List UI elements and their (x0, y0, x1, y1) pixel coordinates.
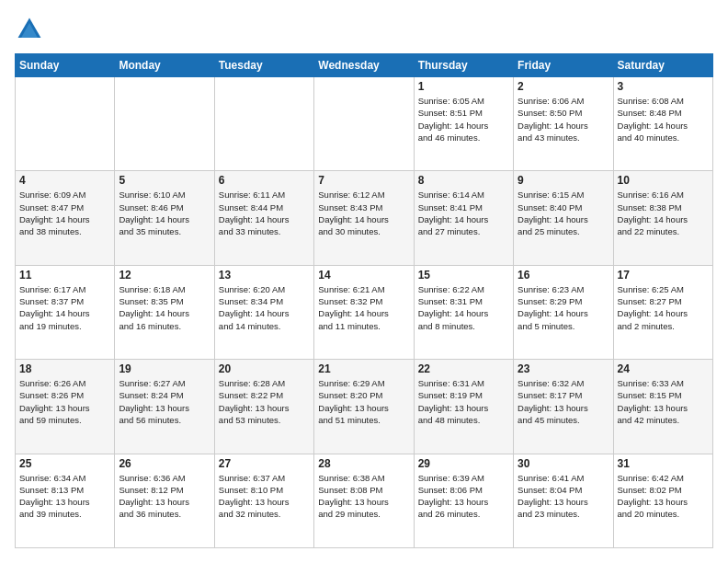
calendar-cell: 14Sunrise: 6:21 AM Sunset: 8:32 PM Dayli… (314, 265, 414, 359)
calendar-week-row: 4Sunrise: 6:09 AM Sunset: 8:47 PM Daylig… (16, 171, 713, 265)
day-number: 24 (618, 362, 709, 375)
day-info: Sunrise: 6:26 AM Sunset: 8:26 PM Dayligh… (19, 377, 110, 426)
day-info: Sunrise: 6:39 AM Sunset: 8:06 PM Dayligh… (418, 472, 509, 521)
day-info: Sunrise: 6:21 AM Sunset: 8:32 PM Dayligh… (318, 283, 409, 332)
weekday-header: Wednesday (314, 54, 414, 77)
calendar-cell: 25Sunrise: 6:34 AM Sunset: 8:13 PM Dayli… (16, 454, 115, 547)
calendar-cell: 15Sunrise: 6:22 AM Sunset: 8:31 PM Dayli… (414, 265, 513, 359)
calendar-cell (314, 77, 414, 171)
day-info: Sunrise: 6:33 AM Sunset: 8:15 PM Dayligh… (618, 377, 709, 426)
day-number: 20 (219, 362, 310, 375)
weekday-header: Tuesday (214, 54, 313, 77)
day-number: 18 (19, 362, 110, 375)
day-number: 2 (518, 80, 609, 93)
day-info: Sunrise: 6:08 AM Sunset: 8:48 PM Dayligh… (618, 95, 709, 144)
day-number: 30 (518, 457, 609, 470)
day-number: 29 (418, 457, 509, 470)
weekday-header: Sunday (16, 54, 115, 77)
day-info: Sunrise: 6:12 AM Sunset: 8:43 PM Dayligh… (318, 189, 409, 237)
day-info: Sunrise: 6:22 AM Sunset: 8:31 PM Dayligh… (418, 283, 509, 332)
day-info: Sunrise: 6:18 AM Sunset: 8:35 PM Dayligh… (119, 283, 210, 332)
calendar-cell: 9Sunrise: 6:15 AM Sunset: 8:40 PM Daylig… (514, 171, 613, 265)
calendar-cell (115, 77, 214, 171)
day-number: 8 (418, 174, 509, 187)
day-number: 6 (219, 174, 310, 187)
calendar-cell: 10Sunrise: 6:16 AM Sunset: 8:38 PM Dayli… (613, 171, 712, 265)
day-number: 16 (518, 269, 609, 282)
calendar-cell: 31Sunrise: 6:42 AM Sunset: 8:02 PM Dayli… (613, 454, 712, 547)
weekday-header-row: SundayMondayTuesdayWednesdayThursdayFrid… (16, 54, 713, 77)
calendar-cell (16, 77, 115, 171)
calendar-cell: 4Sunrise: 6:09 AM Sunset: 8:47 PM Daylig… (16, 171, 115, 265)
day-number: 3 (618, 80, 709, 93)
header (15, 15, 713, 44)
calendar-cell: 28Sunrise: 6:38 AM Sunset: 8:08 PM Dayli… (314, 454, 414, 547)
calendar-cell: 27Sunrise: 6:37 AM Sunset: 8:10 PM Dayli… (214, 454, 313, 547)
calendar-cell: 6Sunrise: 6:11 AM Sunset: 8:44 PM Daylig… (214, 171, 313, 265)
day-number: 5 (119, 174, 210, 187)
calendar-cell: 21Sunrise: 6:29 AM Sunset: 8:20 PM Dayli… (314, 360, 414, 454)
day-info: Sunrise: 6:28 AM Sunset: 8:22 PM Dayligh… (219, 377, 310, 426)
day-number: 27 (219, 457, 310, 470)
day-info: Sunrise: 6:11 AM Sunset: 8:44 PM Dayligh… (219, 189, 310, 237)
day-info: Sunrise: 6:38 AM Sunset: 8:08 PM Dayligh… (318, 472, 409, 521)
day-info: Sunrise: 6:23 AM Sunset: 8:29 PM Dayligh… (518, 283, 609, 332)
day-info: Sunrise: 6:27 AM Sunset: 8:24 PM Dayligh… (119, 377, 210, 426)
day-info: Sunrise: 6:32 AM Sunset: 8:17 PM Dayligh… (518, 377, 609, 426)
day-info: Sunrise: 6:16 AM Sunset: 8:38 PM Dayligh… (618, 189, 709, 237)
day-number: 13 (219, 269, 310, 282)
calendar-week-row: 25Sunrise: 6:34 AM Sunset: 8:13 PM Dayli… (16, 454, 713, 547)
calendar-cell: 23Sunrise: 6:32 AM Sunset: 8:17 PM Dayli… (514, 360, 613, 454)
day-info: Sunrise: 6:15 AM Sunset: 8:40 PM Dayligh… (518, 189, 609, 237)
day-number: 1 (418, 80, 509, 93)
page: SundayMondayTuesdayWednesdayThursdayFrid… (0, 0, 728, 563)
calendar-cell: 26Sunrise: 6:36 AM Sunset: 8:12 PM Dayli… (115, 454, 214, 547)
day-info: Sunrise: 6:37 AM Sunset: 8:10 PM Dayligh… (219, 472, 310, 521)
calendar-cell: 1Sunrise: 6:05 AM Sunset: 8:51 PM Daylig… (414, 77, 513, 171)
calendar-cell (214, 77, 313, 171)
logo (15, 15, 48, 44)
day-info: Sunrise: 6:31 AM Sunset: 8:19 PM Dayligh… (418, 377, 509, 426)
calendar-cell: 2Sunrise: 6:06 AM Sunset: 8:50 PM Daylig… (514, 77, 613, 171)
calendar-cell: 8Sunrise: 6:14 AM Sunset: 8:41 PM Daylig… (414, 171, 513, 265)
calendar-cell: 3Sunrise: 6:08 AM Sunset: 8:48 PM Daylig… (613, 77, 712, 171)
day-number: 26 (119, 457, 210, 470)
calendar-cell: 29Sunrise: 6:39 AM Sunset: 8:06 PM Dayli… (414, 454, 513, 547)
day-info: Sunrise: 6:41 AM Sunset: 8:04 PM Dayligh… (518, 472, 609, 521)
calendar-week-row: 11Sunrise: 6:17 AM Sunset: 8:37 PM Dayli… (16, 265, 713, 359)
day-info: Sunrise: 6:29 AM Sunset: 8:20 PM Dayligh… (318, 377, 409, 426)
logo-icon (15, 15, 44, 44)
calendar-week-row: 18Sunrise: 6:26 AM Sunset: 8:26 PM Dayli… (16, 360, 713, 454)
day-info: Sunrise: 6:14 AM Sunset: 8:41 PM Dayligh… (418, 189, 509, 237)
calendar-cell: 19Sunrise: 6:27 AM Sunset: 8:24 PM Dayli… (115, 360, 214, 454)
day-number: 22 (418, 362, 509, 375)
day-number: 15 (418, 269, 509, 282)
calendar-cell: 11Sunrise: 6:17 AM Sunset: 8:37 PM Dayli… (16, 265, 115, 359)
day-info: Sunrise: 6:42 AM Sunset: 8:02 PM Dayligh… (618, 472, 709, 521)
day-info: Sunrise: 6:09 AM Sunset: 8:47 PM Dayligh… (19, 189, 110, 237)
day-number: 11 (19, 269, 110, 282)
calendar-cell: 16Sunrise: 6:23 AM Sunset: 8:29 PM Dayli… (514, 265, 613, 359)
day-number: 7 (318, 174, 409, 187)
weekday-header: Monday (115, 54, 214, 77)
day-info: Sunrise: 6:06 AM Sunset: 8:50 PM Dayligh… (518, 95, 609, 144)
day-number: 14 (318, 269, 409, 282)
day-info: Sunrise: 6:20 AM Sunset: 8:34 PM Dayligh… (219, 283, 310, 332)
day-number: 25 (19, 457, 110, 470)
day-number: 19 (119, 362, 210, 375)
day-info: Sunrise: 6:25 AM Sunset: 8:27 PM Dayligh… (618, 283, 709, 332)
calendar-cell: 5Sunrise: 6:10 AM Sunset: 8:46 PM Daylig… (115, 171, 214, 265)
day-number: 31 (618, 457, 709, 470)
day-number: 10 (618, 174, 709, 187)
weekday-header: Thursday (414, 54, 513, 77)
day-number: 28 (318, 457, 409, 470)
calendar-cell: 7Sunrise: 6:12 AM Sunset: 8:43 PM Daylig… (314, 171, 414, 265)
calendar-cell: 22Sunrise: 6:31 AM Sunset: 8:19 PM Dayli… (414, 360, 513, 454)
weekday-header: Saturday (613, 54, 712, 77)
day-info: Sunrise: 6:10 AM Sunset: 8:46 PM Dayligh… (119, 189, 210, 237)
calendar-cell: 12Sunrise: 6:18 AM Sunset: 8:35 PM Dayli… (115, 265, 214, 359)
day-number: 4 (19, 174, 110, 187)
day-info: Sunrise: 6:36 AM Sunset: 8:12 PM Dayligh… (119, 472, 210, 521)
day-number: 21 (318, 362, 409, 375)
day-info: Sunrise: 6:05 AM Sunset: 8:51 PM Dayligh… (418, 95, 509, 144)
